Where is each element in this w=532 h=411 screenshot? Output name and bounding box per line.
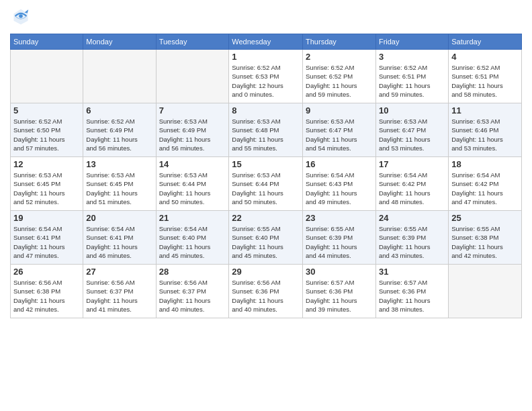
day-info: Sunrise: 6:53 AM Sunset: 6:49 PM Dayligh…	[159, 117, 226, 152]
day-info: Sunrise: 6:55 AM Sunset: 6:38 PM Dayligh…	[451, 224, 519, 260]
day-number: 9	[306, 105, 373, 116]
day-number: 15	[232, 159, 300, 169]
day-info: Sunrise: 6:53 AM Sunset: 6:47 PM Dayligh…	[306, 117, 373, 152]
calendar-day-cell: 6Sunrise: 6:52 AM Sunset: 6:49 PM Daylig…	[83, 103, 156, 157]
day-info: Sunrise: 6:55 AM Sunset: 6:39 PM Dayligh…	[306, 224, 373, 260]
day-number: 27	[86, 267, 152, 277]
day-info: Sunrise: 6:52 AM Sunset: 6:51 PM Dayligh…	[451, 63, 519, 99]
day-number: 31	[379, 267, 445, 277]
day-number: 25	[451, 213, 519, 223]
day-number: 10	[379, 105, 445, 116]
calendar-day-cell: 17Sunrise: 6:54 AM Sunset: 6:42 PM Dayli…	[375, 157, 448, 211]
logo	[10, 7, 30, 28]
calendar-day-cell: 16Sunrise: 6:54 AM Sunset: 6:43 PM Dayli…	[303, 157, 376, 211]
day-info: Sunrise: 6:56 AM Sunset: 6:37 PM Dayligh…	[159, 278, 226, 314]
calendar-day-cell: 2Sunrise: 6:52 AM Sunset: 6:52 PM Daylig…	[303, 50, 376, 103]
day-info: Sunrise: 6:55 AM Sunset: 6:40 PM Dayligh…	[232, 224, 300, 260]
day-number: 21	[159, 213, 226, 223]
calendar-day-cell: 29Sunrise: 6:56 AM Sunset: 6:36 PM Dayli…	[229, 265, 303, 318]
calendar-day-cell: 26Sunrise: 6:56 AM Sunset: 6:38 PM Dayli…	[11, 265, 83, 318]
calendar-day-cell: 22Sunrise: 6:55 AM Sunset: 6:40 PM Dayli…	[229, 211, 303, 265]
day-info: Sunrise: 6:53 AM Sunset: 6:44 PM Dayligh…	[159, 171, 226, 206]
day-info: Sunrise: 6:54 AM Sunset: 6:42 PM Dayligh…	[451, 171, 519, 206]
day-number: 8	[232, 105, 300, 116]
calendar-day-cell: 24Sunrise: 6:55 AM Sunset: 6:39 PM Dayli…	[375, 211, 448, 265]
page: SundayMondayTuesdayWednesdayThursdayFrid…	[0, 0, 532, 411]
day-info: Sunrise: 6:53 AM Sunset: 6:48 PM Dayligh…	[232, 117, 300, 152]
day-info: Sunrise: 6:52 AM Sunset: 6:49 PM Dayligh…	[86, 117, 152, 152]
calendar-day-cell: 27Sunrise: 6:56 AM Sunset: 6:37 PM Dayli…	[83, 265, 156, 318]
day-info: Sunrise: 6:57 AM Sunset: 6:36 PM Dayligh…	[379, 278, 445, 314]
day-info: Sunrise: 6:53 AM Sunset: 6:45 PM Dayligh…	[13, 171, 80, 206]
day-number: 18	[451, 159, 519, 169]
calendar-day-cell: 10Sunrise: 6:53 AM Sunset: 6:47 PM Dayli…	[375, 103, 448, 157]
calendar-week-row: 12Sunrise: 6:53 AM Sunset: 6:45 PM Dayli…	[11, 157, 522, 211]
day-info: Sunrise: 6:54 AM Sunset: 6:41 PM Dayligh…	[86, 224, 152, 260]
day-info: Sunrise: 6:54 AM Sunset: 6:41 PM Dayligh…	[13, 224, 80, 260]
day-number: 2	[306, 52, 373, 62]
calendar-day-cell: 9Sunrise: 6:53 AM Sunset: 6:47 PM Daylig…	[303, 103, 376, 157]
day-info: Sunrise: 6:56 AM Sunset: 6:36 PM Dayligh…	[232, 278, 300, 314]
calendar-day-cell: 31Sunrise: 6:57 AM Sunset: 6:36 PM Dayli…	[375, 265, 448, 318]
weekday-header: Saturday	[449, 34, 522, 50]
calendar-week-row: 26Sunrise: 6:56 AM Sunset: 6:38 PM Dayli…	[11, 265, 522, 318]
day-number: 26	[13, 267, 80, 277]
calendar-day-cell: 14Sunrise: 6:53 AM Sunset: 6:44 PM Dayli…	[156, 157, 229, 211]
day-number: 6	[86, 105, 152, 116]
logo-icon	[11, 7, 30, 26]
day-number: 24	[379, 213, 445, 223]
day-number: 30	[306, 267, 373, 277]
calendar-week-row: 19Sunrise: 6:54 AM Sunset: 6:41 PM Dayli…	[11, 211, 522, 265]
day-number: 28	[159, 267, 226, 277]
calendar-day-cell	[449, 265, 522, 318]
day-info: Sunrise: 6:54 AM Sunset: 6:40 PM Dayligh…	[159, 224, 226, 260]
day-number: 23	[306, 213, 373, 223]
day-number: 22	[232, 213, 300, 223]
calendar-day-cell: 23Sunrise: 6:55 AM Sunset: 6:39 PM Dayli…	[303, 211, 376, 265]
weekday-header: Friday	[375, 34, 448, 50]
calendar-day-cell: 15Sunrise: 6:53 AM Sunset: 6:44 PM Dayli…	[229, 157, 303, 211]
calendar-day-cell: 5Sunrise: 6:52 AM Sunset: 6:50 PM Daylig…	[11, 103, 83, 157]
calendar-day-cell: 20Sunrise: 6:54 AM Sunset: 6:41 PM Dayli…	[83, 211, 156, 265]
day-number: 1	[232, 52, 300, 62]
weekday-header: Monday	[83, 34, 156, 50]
day-number: 29	[232, 267, 300, 277]
calendar-day-cell	[156, 50, 229, 103]
weekday-header: Tuesday	[156, 34, 229, 50]
calendar-day-cell: 30Sunrise: 6:57 AM Sunset: 6:36 PM Dayli…	[303, 265, 376, 318]
day-info: Sunrise: 6:52 AM Sunset: 6:51 PM Dayligh…	[379, 63, 445, 99]
weekday-header: Sunday	[11, 34, 83, 50]
calendar-day-cell: 8Sunrise: 6:53 AM Sunset: 6:48 PM Daylig…	[229, 103, 303, 157]
weekday-header: Thursday	[303, 34, 376, 50]
day-number: 3	[379, 52, 445, 62]
day-info: Sunrise: 6:57 AM Sunset: 6:36 PM Dayligh…	[306, 278, 373, 314]
calendar-day-cell	[83, 50, 156, 103]
day-number: 7	[159, 105, 226, 116]
day-number: 5	[13, 105, 80, 116]
calendar-header-row: SundayMondayTuesdayWednesdayThursdayFrid…	[11, 34, 522, 50]
day-info: Sunrise: 6:53 AM Sunset: 6:45 PM Dayligh…	[86, 171, 152, 206]
day-number: 19	[13, 213, 80, 223]
calendar-week-row: 5Sunrise: 6:52 AM Sunset: 6:50 PM Daylig…	[11, 103, 522, 157]
day-info: Sunrise: 6:55 AM Sunset: 6:39 PM Dayligh…	[379, 224, 445, 260]
day-info: Sunrise: 6:52 AM Sunset: 6:50 PM Dayligh…	[13, 117, 80, 152]
weekday-header: Wednesday	[229, 34, 303, 50]
day-number: 20	[86, 213, 152, 223]
day-info: Sunrise: 6:56 AM Sunset: 6:38 PM Dayligh…	[13, 278, 80, 314]
calendar-day-cell: 25Sunrise: 6:55 AM Sunset: 6:38 PM Dayli…	[449, 211, 522, 265]
day-info: Sunrise: 6:53 AM Sunset: 6:44 PM Dayligh…	[232, 171, 300, 206]
day-number: 11	[451, 105, 519, 116]
calendar-day-cell: 4Sunrise: 6:52 AM Sunset: 6:51 PM Daylig…	[449, 50, 522, 103]
calendar-day-cell: 12Sunrise: 6:53 AM Sunset: 6:45 PM Dayli…	[11, 157, 83, 211]
calendar-week-row: 1Sunrise: 6:52 AM Sunset: 6:53 PM Daylig…	[11, 50, 522, 103]
day-info: Sunrise: 6:53 AM Sunset: 6:47 PM Dayligh…	[379, 117, 445, 152]
day-info: Sunrise: 6:54 AM Sunset: 6:42 PM Dayligh…	[379, 171, 445, 206]
header	[10, 7, 522, 28]
day-info: Sunrise: 6:53 AM Sunset: 6:46 PM Dayligh…	[451, 117, 519, 152]
day-info: Sunrise: 6:56 AM Sunset: 6:37 PM Dayligh…	[86, 278, 152, 314]
day-number: 12	[13, 159, 80, 169]
calendar-day-cell: 7Sunrise: 6:53 AM Sunset: 6:49 PM Daylig…	[156, 103, 229, 157]
day-info: Sunrise: 6:52 AM Sunset: 6:53 PM Dayligh…	[232, 63, 300, 99]
day-number: 13	[86, 159, 152, 169]
calendar-day-cell: 1Sunrise: 6:52 AM Sunset: 6:53 PM Daylig…	[229, 50, 303, 103]
